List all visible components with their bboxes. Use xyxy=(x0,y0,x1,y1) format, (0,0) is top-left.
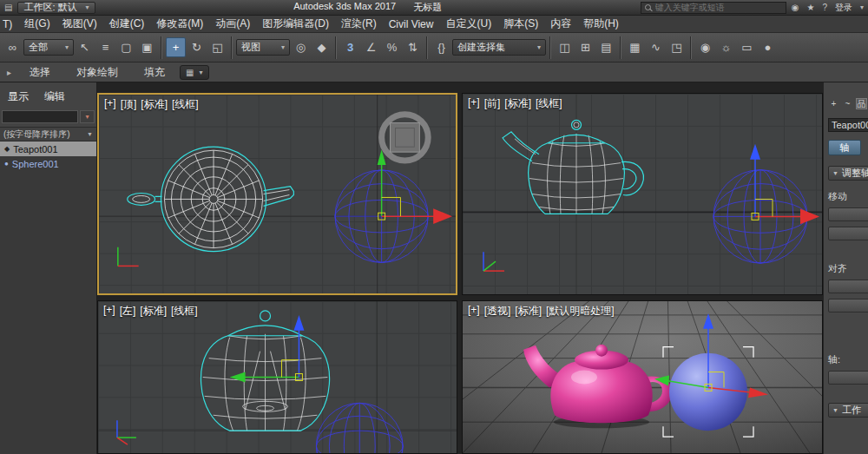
named-selection-sets-dropdown[interactable]: 创建选择集 ▾ xyxy=(452,39,546,56)
explorer-filter-button[interactable]: ▾ xyxy=(80,110,95,123)
menu-scripting[interactable]: 脚本(S) xyxy=(497,16,544,32)
angle-snap-icon[interactable]: ∠ xyxy=(361,37,381,57)
viewport-menu-pov[interactable]: [前] xyxy=(484,96,501,111)
viewport-left-canvas[interactable] xyxy=(98,301,457,453)
render-production-icon[interactable]: ● xyxy=(758,37,778,57)
menu-help[interactable]: 帮助(H) xyxy=(577,16,625,32)
selection-filter-dropdown[interactable]: 全部 ▾ xyxy=(23,39,74,56)
viewport-top-canvas[interactable] xyxy=(99,95,456,293)
select-and-move-icon[interactable]: + xyxy=(166,37,186,57)
viewport-menu-general[interactable]: [+] xyxy=(468,304,480,319)
explorer-search-input[interactable] xyxy=(2,110,78,123)
affect-object-only-button[interactable] xyxy=(828,227,868,240)
ribbon-tab-select[interactable]: 选择 xyxy=(18,63,62,82)
snap-toggle-3d-icon[interactable]: 3 xyxy=(340,37,360,57)
select-and-manipulate-icon[interactable]: ◆ xyxy=(312,37,332,57)
viewport-menu-general[interactable]: [+] xyxy=(104,97,116,112)
viewport-menu-pov[interactable]: [左] xyxy=(120,304,136,319)
edit-named-selection-sets-icon[interactable]: {} xyxy=(431,37,451,57)
workspace-dropdown[interactable]: 工作区: 默认 ▾ xyxy=(17,2,95,14)
menu-graph-editors[interactable]: 图形编辑器(D) xyxy=(256,16,335,32)
viewport-perspective[interactable]: [+] [透视] [标准] [默认明暗处理] xyxy=(462,300,823,454)
select-by-name-icon[interactable]: ≡ xyxy=(95,37,115,57)
viewport-menu-pov[interactable]: [顶] xyxy=(121,97,137,112)
menu-content[interactable]: 内容 xyxy=(544,16,577,32)
list-item-teapot001[interactable]: ◆ Teapot001 xyxy=(0,141,96,156)
percent-snap-icon[interactable]: % xyxy=(382,37,402,57)
viewport-menu-shading[interactable]: [线框] xyxy=(536,96,562,111)
center-to-object-button[interactable] xyxy=(828,280,868,293)
schematic-view-icon[interactable]: ◳ xyxy=(667,37,687,57)
rendered-frame-icon[interactable]: ▭ xyxy=(737,37,757,57)
viewport-menu-pov[interactable]: [透视] xyxy=(484,304,511,319)
community-icon[interactable]: ◉ xyxy=(792,3,799,12)
viewport-front-canvas[interactable] xyxy=(463,94,822,294)
reset-pivot-button[interactable] xyxy=(828,371,868,385)
material-editor-icon[interactable]: ◉ xyxy=(695,37,715,57)
viewport-perspective-canvas[interactable] xyxy=(463,301,822,453)
menu-tools[interactable]: T) xyxy=(2,16,18,32)
favorites-star-icon[interactable]: ★ xyxy=(806,3,814,12)
mirror-icon[interactable]: ◫ xyxy=(555,37,575,57)
viewport-menu-shading[interactable]: [默认明暗处理] xyxy=(546,304,615,319)
ribbon-options-dropdown[interactable]: ▦ ▾ xyxy=(180,65,208,80)
viewport-menu-shading[interactable]: [线框] xyxy=(172,97,199,112)
object-name-label: Teapot001 xyxy=(13,144,57,155)
signin-button[interactable]: 登录 xyxy=(835,2,852,14)
reference-coordinate-dropdown[interactable]: 视图 ▾ xyxy=(236,39,290,56)
menu-modifiers[interactable]: 修改器(M) xyxy=(150,16,209,32)
viewport-left[interactable]: [+] [左] [标准] [线框] xyxy=(97,300,457,454)
working-pivot-rollout[interactable]: ▼ 工作 xyxy=(828,403,868,418)
ribbon-tab-object-paint[interactable]: 对象绘制 xyxy=(65,63,129,82)
pivot-button[interactable]: 轴 xyxy=(828,140,861,155)
modify-tab-icon[interactable]: ~ xyxy=(842,98,853,109)
menu-create[interactable]: 创建(C) xyxy=(103,16,151,32)
select-and-link-icon[interactable]: ∞ xyxy=(3,37,23,57)
search-input[interactable] xyxy=(655,3,782,12)
ribbon-toggle-icon[interactable]: ▦ xyxy=(625,37,645,57)
help-icon[interactable]: ? xyxy=(822,3,827,12)
viewport-menu-general[interactable]: [+] xyxy=(103,304,115,319)
sort-header[interactable]: (按字母降序排序) ▼ xyxy=(0,127,96,141)
select-and-rotate-icon[interactable]: ↻ xyxy=(187,37,207,57)
render-setup-icon[interactable]: ☼ xyxy=(716,37,736,57)
adjust-pivot-rollout[interactable]: ▼ 调整轴 xyxy=(828,166,868,181)
app-menu-icon[interactable]: ▤ xyxy=(4,3,12,12)
window-crossing-icon[interactable]: ▣ xyxy=(137,37,157,57)
viewport-menu-standard[interactable]: [标准] xyxy=(140,304,167,319)
use-pivot-center-icon[interactable]: ◎ xyxy=(291,37,311,57)
tab-edit[interactable]: 编辑 xyxy=(44,89,65,104)
hierarchy-tab-icon[interactable]: 品 xyxy=(856,98,867,109)
viewport-front[interactable]: [+] [前] [标准] [线框] xyxy=(462,93,823,295)
select-object-icon[interactable]: ↖ xyxy=(75,37,95,57)
viewport-menu-standard[interactable]: [标准] xyxy=(515,304,542,319)
affect-pivot-only-button[interactable] xyxy=(828,207,868,221)
menu-civil-view[interactable]: Civil View xyxy=(383,16,440,32)
spinner-snap-icon[interactable]: ⇅ xyxy=(403,37,423,57)
menu-rendering[interactable]: 渲染(R) xyxy=(335,16,383,32)
viewport-menu-shading[interactable]: [线框] xyxy=(171,304,198,319)
layer-explorer-icon[interactable]: ▤ xyxy=(596,37,616,57)
viewport-top[interactable]: [+] [顶] [标准] [线框] xyxy=(97,93,457,295)
menu-group[interactable]: 组(G) xyxy=(18,16,56,32)
list-item-sphere001[interactable]: ● Sphere001 xyxy=(0,156,96,171)
align-to-object-button[interactable] xyxy=(828,299,868,313)
object-name-field[interactable]: Teapot00 xyxy=(828,118,868,132)
viewport-menu-standard[interactable]: [标准] xyxy=(141,97,168,112)
tab-display[interactable]: 显示 xyxy=(8,89,29,104)
menu-animation[interactable]: 动画(A) xyxy=(209,16,256,32)
viewport-menu-standard[interactable]: [标准] xyxy=(504,96,531,111)
menu-views[interactable]: 视图(V) xyxy=(56,16,103,32)
create-tab-icon[interactable]: + xyxy=(828,98,839,109)
search-icon xyxy=(645,4,651,10)
select-and-scale-icon[interactable]: ◱ xyxy=(207,37,227,57)
ribbon-collapse-icon[interactable]: ▸ xyxy=(3,68,15,77)
rectangular-selection-icon[interactable]: ▢ xyxy=(116,37,136,57)
chevron-down-icon[interactable]: ▾ xyxy=(860,3,864,11)
toolbar-separator xyxy=(690,36,692,59)
align-icon[interactable]: ⊞ xyxy=(575,37,595,57)
ribbon-tab-populate[interactable]: 填充 xyxy=(133,63,176,82)
menu-customize[interactable]: 自定义(U) xyxy=(439,16,497,32)
curve-editor-icon[interactable]: ∿ xyxy=(646,37,666,57)
viewport-menu-general[interactable]: [+] xyxy=(468,96,480,111)
